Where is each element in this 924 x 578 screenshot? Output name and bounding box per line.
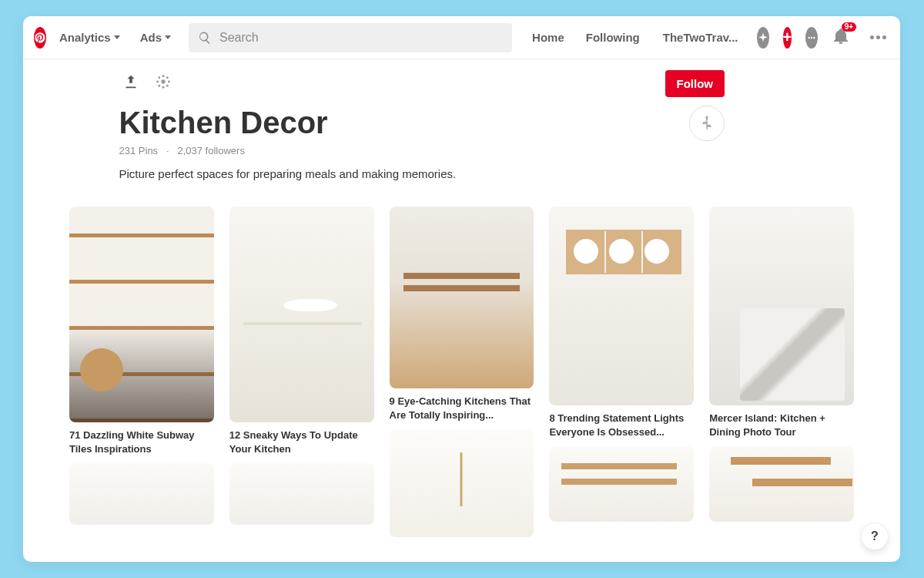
pin-count-suffix: Pins: [139, 145, 158, 156]
svg-point-1: [811, 36, 812, 38]
pin-image: [549, 446, 694, 522]
more-menu-icon[interactable]: [865, 31, 891, 44]
follow-button[interactable]: Follow: [665, 70, 725, 97]
create-pin-button[interactable]: +: [783, 27, 792, 49]
help-button[interactable]: ?: [862, 523, 888, 549]
pin-card[interactable]: [549, 446, 694, 522]
board-meta: 231 Pins · 2,037 followers: [119, 145, 805, 156]
upload-icon[interactable]: [122, 73, 139, 90]
explore-icon[interactable]: [757, 27, 769, 49]
pin-image: [549, 207, 694, 405]
svg-point-8: [158, 76, 160, 79]
pin-card[interactable]: 71 Dazzling White Subway Tiles Inspirati…: [69, 207, 214, 455]
pin-image: [390, 429, 534, 537]
pin-image: [69, 207, 214, 422]
nav-following[interactable]: Following: [578, 31, 648, 44]
pin-card[interactable]: [390, 429, 534, 537]
notif-badge: 9+: [842, 22, 856, 32]
pin-grid: 71 Dazzling White Subway Tiles Inspirati…: [23, 180, 900, 537]
ads-menu[interactable]: Ads: [133, 31, 178, 44]
menu-label: Analytics: [59, 31, 111, 44]
svg-point-5: [162, 86, 164, 89]
pin-card[interactable]: 8 Trending Statement Lights Everyone Is …: [549, 207, 694, 439]
pin-title: Mercer Island: Kitchen + Dining Photo To…: [709, 412, 854, 439]
app-shell: Analytics Ads Home Following TheTwoTrav.…: [23, 16, 900, 562]
notifications-button[interactable]: 9+: [832, 27, 850, 49]
pin-card[interactable]: [229, 463, 374, 525]
follower-suffix: followers: [206, 145, 245, 156]
chevron-down-icon: [114, 35, 120, 39]
svg-point-2: [813, 36, 815, 38]
svg-point-4: [162, 75, 164, 77]
svg-point-3: [161, 79, 166, 84]
chevron-down-icon: [165, 35, 171, 39]
pin-card[interactable]: [709, 446, 854, 522]
board-header: Kitchen Decor 231 Pins · 2,037 followers…: [23, 59, 900, 180]
pin-card[interactable]: 9 Eye-Catching Kitchens That Are Totally…: [390, 207, 534, 422]
search-input[interactable]: [219, 31, 503, 45]
svg-point-9: [166, 76, 168, 79]
pin-card[interactable]: Mercer Island: Kitchen + Dining Photo To…: [709, 207, 854, 439]
pin-card[interactable]: [69, 463, 214, 525]
pin-title: 12 Sneaky Ways To Update Your Kitchen: [229, 428, 374, 455]
messages-icon[interactable]: [805, 27, 818, 49]
search-icon: [198, 31, 212, 45]
pin-image: [390, 207, 534, 388]
pin-image: [229, 463, 374, 525]
pinterest-logo-icon[interactable]: [34, 27, 46, 49]
topbar: Analytics Ads Home Following TheTwoTrav.…: [23, 16, 900, 59]
sprig-icon: [698, 114, 716, 133]
pin-image: [69, 463, 214, 525]
board-owner-avatar[interactable]: [689, 106, 725, 141]
svg-point-6: [156, 81, 159, 83]
svg-point-0: [808, 36, 810, 38]
board-description: Picture perfect spaces for preparing mea…: [119, 167, 805, 180]
meta-separator: ·: [166, 145, 169, 156]
menu-label: Ads: [140, 31, 162, 44]
pin-title: 8 Trending Statement Lights Everyone Is …: [549, 412, 694, 439]
pin-image: [709, 207, 854, 405]
pin-card[interactable]: 12 Sneaky Ways To Update Your Kitchen: [229, 207, 374, 455]
account-username[interactable]: TheTwoTrav...: [663, 31, 738, 44]
svg-point-11: [166, 85, 168, 87]
nav-home[interactable]: Home: [524, 31, 572, 44]
follower-count: 2,037: [177, 145, 203, 156]
svg-point-10: [158, 85, 160, 87]
organize-icon[interactable]: [155, 73, 172, 90]
analytics-menu[interactable]: Analytics: [52, 31, 127, 44]
pin-title: 9 Eye-Catching Kitchens That Are Totally…: [390, 395, 534, 422]
pin-image: [709, 446, 854, 522]
pin-title: 71 Dazzling White Subway Tiles Inspirati…: [69, 428, 214, 455]
search-field[interactable]: [189, 23, 512, 52]
svg-point-7: [167, 81, 169, 83]
pin-image: [229, 207, 374, 422]
pin-count: 231: [119, 145, 136, 156]
